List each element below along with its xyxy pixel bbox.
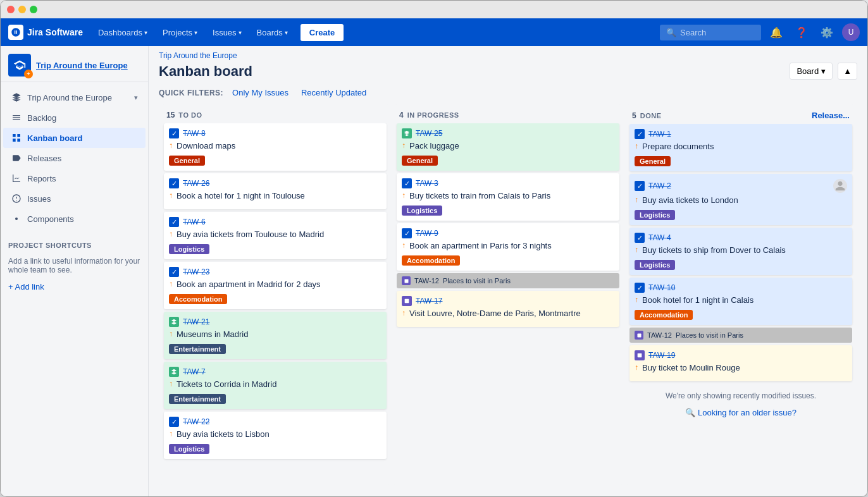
check-icon: ✓ — [169, 267, 179, 277]
boards-menu[interactable]: Boards▾ — [252, 25, 293, 40]
card-taw-2[interactable]: ✓ TAW-2 ↑ Buy avia tickets to — [629, 174, 852, 225]
issues-menu[interactable]: Issues▾ — [208, 25, 247, 40]
card-title: Buy avia tickets from Toulouse to Madrid — [175, 230, 324, 239]
epic-name: Places to visit in Paris — [443, 277, 511, 285]
priority-up-icon: ↑ — [169, 429, 173, 438]
card-id: TAW-8 — [183, 129, 206, 138]
card-taw-17[interactable]: TAW-17 ↑ Visit Louvre, Notre-Dame de Par… — [397, 291, 619, 327]
todo-column-header: 15 TO DO — [161, 104, 389, 123]
minimize-btn[interactable] — [18, 6, 26, 13]
priority-up-icon: ↑ — [402, 309, 406, 317]
card-taw-10[interactable]: ✓ TAW-10 ↑ Book hotel for 1 night in Cal… — [629, 278, 852, 325]
sidebar-item-issues[interactable]: Issues — [3, 188, 146, 209]
sidebar-components-label: Components — [27, 214, 138, 224]
older-issue-link[interactable]: 🔍 Looking for an older issue? — [629, 405, 852, 422]
card-title: Buy avia tickets to Lisbon — [175, 429, 270, 439]
tag-accomodation: Accomodation — [169, 294, 227, 304]
help-button[interactable]: ❓ — [791, 22, 812, 42]
card-taw-1[interactable]: ✓ TAW-1 ↑ Prepare documents General — [629, 124, 852, 171]
shortcuts-description: Add a link to useful information for you… — [8, 257, 140, 274]
tag-entertainment: Entertainment — [169, 394, 226, 404]
card-id: TAW-23 — [183, 267, 209, 276]
tag-icon — [11, 152, 22, 164]
svg-rect-13 — [637, 333, 641, 337]
card-id: TAW-19 — [648, 351, 675, 360]
card-id: TAW-26 — [183, 179, 209, 188]
card-title: Book an apartment in Paris for 3 nights — [408, 241, 552, 250]
card-taw-4[interactable]: ✓ TAW-4 ↑ Buy tickets to ship from Dover… — [629, 228, 852, 275]
top-nav: Jira Software Dashboards▾ Projects▾ Issu… — [1, 18, 867, 46]
sidebar-item-releases[interactable]: Releases — [3, 148, 146, 168]
release-link[interactable]: Release... — [812, 111, 850, 120]
user-avatar[interactable]: U — [842, 23, 860, 41]
create-button[interactable]: Create — [301, 24, 344, 41]
card-taw-7[interactable]: TAW-7 ↑ Tickets to Corrida in Madrid Ent… — [164, 362, 387, 409]
card-top: ✓ TAW-26 — [169, 178, 381, 188]
sidebar-item-reports[interactable]: Reports — [3, 168, 146, 188]
card-taw-3[interactable]: ✓ TAW-3 ↑ Buy tickets to train from Cala… — [397, 173, 619, 221]
notifications-button[interactable]: 🔔 — [766, 22, 786, 42]
board-collapse-button[interactable]: ▲ — [838, 63, 857, 80]
card-id: TAW-1 — [648, 130, 671, 138]
maximize-btn[interactable] — [30, 6, 37, 13]
card-taw-21[interactable]: TAW-21 ↑ Museums in Madrid Entertainment — [164, 312, 387, 359]
add-link-button[interactable]: + Add link — [8, 279, 140, 294]
svg-rect-5 — [13, 138, 16, 142]
card-id: TAW-25 — [416, 129, 442, 138]
project-name-link[interactable]: Trip Around the Europe — [36, 61, 140, 70]
card-taw-19[interactable]: TAW-19 ↑ Buy ticket to Moulin Rouge — [629, 345, 852, 381]
priority-up-icon: ↑ — [635, 195, 638, 204]
breadcrumb-project-link[interactable]: Trip Around the Europe — [159, 51, 237, 60]
sidebar-item-kanban[interactable]: Kanban board — [3, 128, 146, 148]
sidebar-issues-label: Issues — [27, 194, 138, 204]
filter-recently-updated[interactable]: Recently Updated — [297, 86, 370, 99]
card-taw-9[interactable]: ✓ TAW-9 ↑ Book an apartment in Paris for… — [397, 223, 619, 271]
tag-general: General — [635, 156, 671, 166]
card-title: Visit Louvre, Notre-Dame de Paris, Montm… — [408, 309, 581, 318]
sidebar-item-components[interactable]: Components — [3, 209, 146, 229]
card-taw-6[interactable]: ✓ TAW-6 ↑ Buy avia tickets from Toulouse… — [164, 212, 387, 259]
story-icon — [402, 128, 412, 138]
dashboards-menu[interactable]: Dashboards▾ — [93, 25, 152, 40]
card-taw-26[interactable]: ✓ TAW-26 ↑ Book a hotel for 1 night in T… — [164, 173, 387, 209]
card-title: Prepare documents — [641, 142, 714, 151]
card-title: Buy tickets to ship from Dover to Calais — [641, 245, 786, 255]
close-btn[interactable] — [7, 6, 15, 13]
grid-icon — [11, 132, 22, 144]
todo-count: 15 — [166, 111, 175, 120]
card-taw-23[interactable]: ✓ TAW-23 ↑ Book an apartment in Madrid f… — [164, 262, 387, 309]
card-taw-8[interactable]: ✓ TAW-8 ↑ Download maps General — [164, 123, 387, 171]
settings-button[interactable]: ⚙️ — [817, 22, 837, 42]
tag-logistics: Logistics — [169, 244, 209, 254]
card-title: Book an apartment in Madrid for 2 days — [175, 279, 321, 289]
layers-icon — [11, 92, 22, 103]
check-icon: ✓ — [635, 283, 645, 293]
priority-up-icon: ↑ — [169, 379, 173, 388]
sidebar-item-trip[interactable]: Trip Around the Europe ▾ — [3, 87, 146, 107]
tag-logistics: Logistics — [635, 210, 675, 220]
card-taw-25[interactable]: TAW-25 ↑ Pack luggage General — [397, 123, 619, 171]
filter-my-issues[interactable]: Only My Issues — [228, 86, 292, 99]
svg-rect-1 — [13, 117, 20, 118]
check-icon: ✓ — [169, 128, 179, 138]
epic-id: TAW-12 — [647, 331, 672, 339]
search-box[interactable]: 🔍 Search — [660, 25, 761, 40]
card-top: ✓ TAW-23 — [169, 267, 381, 277]
sidebar-item-backlog[interactable]: Backlog — [3, 107, 146, 128]
search-placeholder: Search — [680, 28, 706, 37]
card-top: TAW-19 — [635, 350, 847, 360]
card-taw-22[interactable]: ✓ TAW-22 ↑ Buy avia tickets to Lisbon Lo… — [164, 412, 387, 459]
kanban-board: 15 TO DO ✓ TAW-8 ↑ Download map — [149, 104, 867, 496]
projects-menu[interactable]: Projects▾ — [158, 25, 202, 40]
list-icon — [11, 112, 22, 123]
todo-name: TO DO — [178, 111, 202, 119]
card-top: TAW-25 — [402, 128, 614, 138]
tag-logistics: Logistics — [402, 206, 442, 216]
priority-up-icon: ↑ — [169, 230, 173, 238]
done-name: DONE — [640, 112, 662, 120]
card-title: Museums in Madrid — [175, 329, 248, 339]
board-view-button[interactable]: Board ▾ — [790, 63, 833, 80]
chart-icon — [11, 173, 22, 184]
card-top: TAW-21 — [169, 317, 381, 327]
subtask-icon — [402, 296, 412, 306]
